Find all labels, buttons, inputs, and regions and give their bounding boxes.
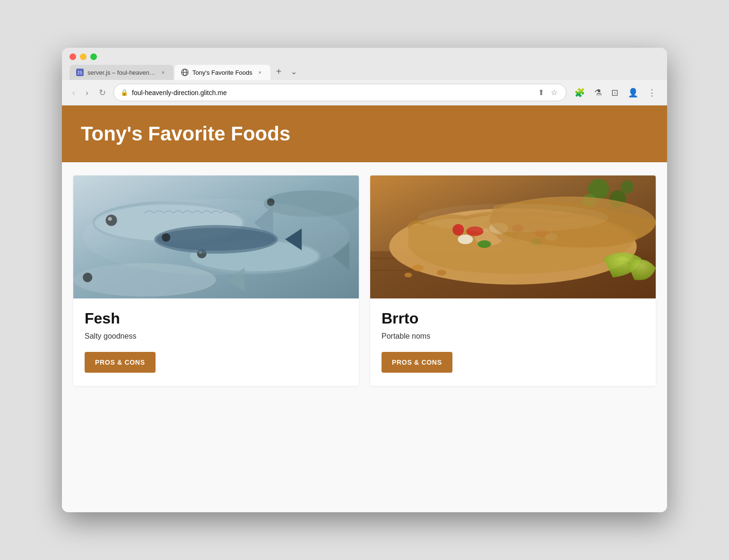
tabs-row: JS server.js – foul-heavenly-di... × Ton… — [69, 65, 660, 80]
split-button[interactable]: ⊡ — [608, 85, 622, 100]
page-content: Tony's Favorite Foods — [62, 105, 667, 512]
maximize-button[interactable] — [90, 53, 97, 60]
title-bar: JS server.js – foul-heavenly-di... × Ton… — [62, 48, 667, 80]
code-icon: JS — [76, 69, 84, 76]
address-text[interactable]: foul-heavenly-direction.glitch.me — [132, 89, 532, 96]
tab-menu-button[interactable]: ⌄ — [287, 65, 301, 78]
lock-icon: 🔒 — [121, 89, 128, 96]
close-button[interactable] — [69, 53, 76, 60]
svg-point-48 — [412, 264, 424, 271]
brrto-name: Brrto — [382, 310, 644, 327]
extensions-button[interactable]: 🧩 — [571, 85, 588, 100]
tab-2-label: Tony's Favorite Foods — [192, 69, 252, 76]
svg-point-50 — [404, 273, 412, 278]
address-bar: 🔒 foul-heavenly-direction.glitch.me ⬆ ☆ — [113, 84, 566, 101]
svg-point-26 — [83, 199, 349, 275]
brrto-description: Portable noms — [382, 332, 644, 341]
traffic-lights — [69, 53, 660, 60]
fesh-description: Salty goodness — [85, 332, 347, 341]
toolbar-icons: 🧩 ⚗ ⊡ 👤 ⋮ — [571, 85, 660, 100]
fesh-pros-cons-button[interactable]: PROS & CONS — [85, 352, 156, 373]
svg-point-25 — [83, 273, 92, 282]
address-icons: ⬆ ☆ — [536, 87, 559, 98]
globe-icon — [181, 69, 189, 76]
food-card-fesh: Fesh Salty goodness PROS & CONS — [73, 175, 359, 386]
minimize-button[interactable] — [80, 53, 87, 60]
tab-1-close[interactable]: × — [159, 69, 167, 76]
food-card-brrto: Brrto Portable noms PROS & CONS — [370, 175, 656, 386]
browser-window: JS server.js – foul-heavenly-di... × Ton… — [62, 48, 667, 512]
tab-2-close[interactable]: × — [256, 69, 264, 76]
brrto-pros-cons-button[interactable]: PROS & CONS — [382, 352, 452, 373]
fesh-image — [73, 175, 359, 298]
svg-point-53 — [458, 225, 463, 230]
share-button[interactable]: ⬆ — [536, 87, 546, 98]
fesh-card-body: Fesh Salty goodness PROS & CONS — [73, 298, 359, 386]
profile-button[interactable]: 👤 — [625, 85, 642, 100]
tab-server-js[interactable]: JS server.js – foul-heavenly-di... × — [69, 65, 174, 80]
svg-point-34 — [621, 180, 634, 193]
svg-point-51 — [418, 204, 608, 232]
labs-button[interactable]: ⚗ — [591, 85, 605, 100]
svg-point-42 — [478, 240, 491, 248]
nav-bar: ‹ › ↻ 🔒 foul-heavenly-direction.glitch.m… — [62, 80, 667, 105]
menu-button[interactable]: ⋮ — [644, 85, 660, 100]
tab-1-label: server.js – foul-heavenly-di... — [87, 69, 156, 76]
bookmark-button[interactable]: ☆ — [549, 87, 559, 98]
svg-point-44 — [458, 235, 473, 244]
forward-button[interactable]: › — [83, 87, 91, 99]
back-button[interactable]: ‹ — [69, 87, 78, 99]
svg-text:JS: JS — [77, 70, 82, 75]
brrto-card-body: Brrto Portable noms PROS & CONS — [370, 298, 656, 386]
food-grid: Fesh Salty goodness PROS & CONS — [62, 162, 667, 399]
tab-tonys-foods[interactable]: Tony's Favorite Foods × — [174, 65, 270, 80]
reload-button[interactable]: ↻ — [96, 87, 109, 99]
brrto-image — [370, 175, 656, 298]
fesh-name: Fesh — [85, 310, 347, 327]
new-tab-button[interactable]: + — [271, 65, 286, 78]
page-title: Tony's Favorite Foods — [81, 122, 648, 145]
page-header: Tony's Favorite Foods — [62, 105, 667, 162]
svg-point-49 — [437, 270, 446, 275]
